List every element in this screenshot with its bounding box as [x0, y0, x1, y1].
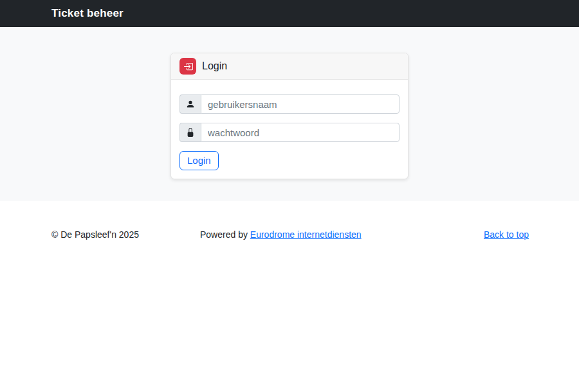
app-navbar: Ticket beheer: [0, 0, 579, 27]
eurodrome-link[interactable]: Eurodrome internetdiensten: [250, 229, 362, 240]
page-footer: © De Papsleef'n 2025 Powered by Eurodrom…: [0, 201, 579, 392]
password-input-group: [179, 123, 400, 142]
powered-by-prefix: Powered by: [200, 229, 250, 240]
navbar-brand[interactable]: Ticket beheer: [51, 7, 124, 20]
lock-icon: [179, 123, 201, 142]
username-input[interactable]: [201, 94, 400, 114]
copyright-text: © De Papsleef'n 2025: [51, 229, 139, 240]
person-icon: [179, 94, 201, 114]
login-card-title: Login: [202, 60, 227, 72]
powered-by-text: Powered by Eurodrome internetdiensten: [200, 229, 362, 240]
login-card-header: Login: [171, 53, 408, 80]
login-card: Login Login: [170, 53, 409, 179]
username-input-group: [179, 94, 400, 114]
main-content: Login Login: [0, 27, 579, 201]
box-arrow-in-right-icon: [179, 58, 196, 75]
password-input[interactable]: [201, 123, 400, 142]
login-button[interactable]: Login: [179, 151, 219, 170]
login-card-body: Login: [171, 80, 408, 179]
back-to-top-link[interactable]: Back to top: [484, 229, 529, 240]
